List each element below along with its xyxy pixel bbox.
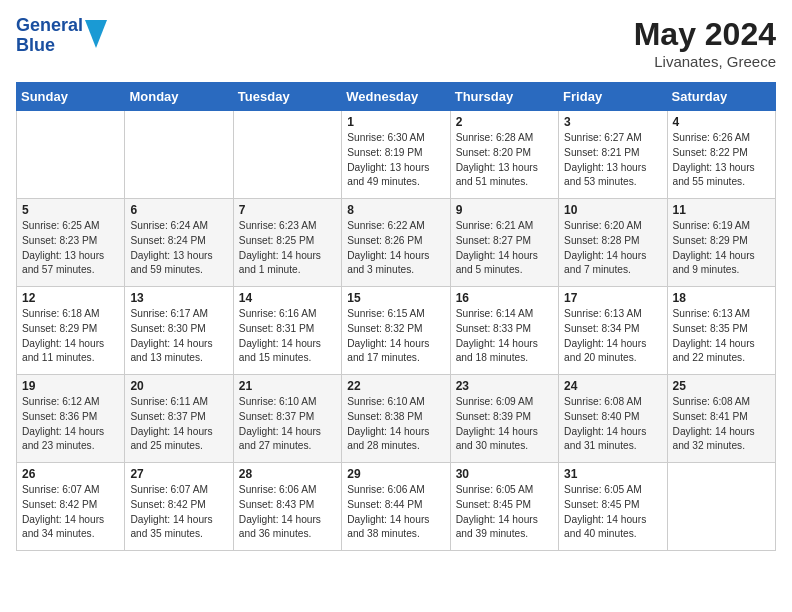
calendar-cell: 30Sunrise: 6:05 AMSunset: 8:45 PMDayligh… [450, 463, 558, 551]
day-number: 11 [673, 203, 770, 217]
day-number: 23 [456, 379, 553, 393]
logo-line1: General [16, 16, 83, 36]
calendar-body: 1Sunrise: 6:30 AMSunset: 8:19 PMDaylight… [17, 111, 776, 551]
calendar-cell: 1Sunrise: 6:30 AMSunset: 8:19 PMDaylight… [342, 111, 450, 199]
page-header: General Blue May 2024 Livanates, Greece [16, 16, 776, 70]
calendar-week-2: 5Sunrise: 6:25 AMSunset: 8:23 PMDaylight… [17, 199, 776, 287]
calendar-week-5: 26Sunrise: 6:07 AMSunset: 8:42 PMDayligh… [17, 463, 776, 551]
weekday-header-tuesday: Tuesday [233, 83, 341, 111]
day-number: 19 [22, 379, 119, 393]
calendar-cell [17, 111, 125, 199]
day-number: 9 [456, 203, 553, 217]
day-number: 18 [673, 291, 770, 305]
calendar-cell [233, 111, 341, 199]
day-number: 26 [22, 467, 119, 481]
day-number: 17 [564, 291, 661, 305]
day-info: Sunrise: 6:16 AMSunset: 8:31 PMDaylight:… [239, 307, 336, 366]
calendar-cell: 2Sunrise: 6:28 AMSunset: 8:20 PMDaylight… [450, 111, 558, 199]
day-number: 3 [564, 115, 661, 129]
day-info: Sunrise: 6:13 AMSunset: 8:34 PMDaylight:… [564, 307, 661, 366]
day-number: 25 [673, 379, 770, 393]
day-info: Sunrise: 6:15 AMSunset: 8:32 PMDaylight:… [347, 307, 444, 366]
calendar-cell: 6Sunrise: 6:24 AMSunset: 8:24 PMDaylight… [125, 199, 233, 287]
day-info: Sunrise: 6:08 AMSunset: 8:40 PMDaylight:… [564, 395, 661, 454]
day-info: Sunrise: 6:25 AMSunset: 8:23 PMDaylight:… [22, 219, 119, 278]
calendar-cell: 4Sunrise: 6:26 AMSunset: 8:22 PMDaylight… [667, 111, 775, 199]
weekday-header-wednesday: Wednesday [342, 83, 450, 111]
calendar-week-3: 12Sunrise: 6:18 AMSunset: 8:29 PMDayligh… [17, 287, 776, 375]
day-number: 10 [564, 203, 661, 217]
calendar-cell: 9Sunrise: 6:21 AMSunset: 8:27 PMDaylight… [450, 199, 558, 287]
calendar-cell: 17Sunrise: 6:13 AMSunset: 8:34 PMDayligh… [559, 287, 667, 375]
day-number: 1 [347, 115, 444, 129]
day-number: 16 [456, 291, 553, 305]
day-info: Sunrise: 6:21 AMSunset: 8:27 PMDaylight:… [456, 219, 553, 278]
day-info: Sunrise: 6:27 AMSunset: 8:21 PMDaylight:… [564, 131, 661, 190]
calendar-week-1: 1Sunrise: 6:30 AMSunset: 8:19 PMDaylight… [17, 111, 776, 199]
weekday-header-thursday: Thursday [450, 83, 558, 111]
day-number: 4 [673, 115, 770, 129]
day-number: 2 [456, 115, 553, 129]
day-info: Sunrise: 6:07 AMSunset: 8:42 PMDaylight:… [22, 483, 119, 542]
calendar-cell: 8Sunrise: 6:22 AMSunset: 8:26 PMDaylight… [342, 199, 450, 287]
calendar-cell: 16Sunrise: 6:14 AMSunset: 8:33 PMDayligh… [450, 287, 558, 375]
calendar-cell: 22Sunrise: 6:10 AMSunset: 8:38 PMDayligh… [342, 375, 450, 463]
calendar-cell: 14Sunrise: 6:16 AMSunset: 8:31 PMDayligh… [233, 287, 341, 375]
calendar-cell: 26Sunrise: 6:07 AMSunset: 8:42 PMDayligh… [17, 463, 125, 551]
calendar-cell: 19Sunrise: 6:12 AMSunset: 8:36 PMDayligh… [17, 375, 125, 463]
weekday-header-sunday: Sunday [17, 83, 125, 111]
calendar-cell: 5Sunrise: 6:25 AMSunset: 8:23 PMDaylight… [17, 199, 125, 287]
day-info: Sunrise: 6:18 AMSunset: 8:29 PMDaylight:… [22, 307, 119, 366]
day-number: 29 [347, 467, 444, 481]
calendar-cell: 28Sunrise: 6:06 AMSunset: 8:43 PMDayligh… [233, 463, 341, 551]
day-number: 28 [239, 467, 336, 481]
day-info: Sunrise: 6:05 AMSunset: 8:45 PMDaylight:… [564, 483, 661, 542]
day-info: Sunrise: 6:10 AMSunset: 8:38 PMDaylight:… [347, 395, 444, 454]
calendar-cell: 15Sunrise: 6:15 AMSunset: 8:32 PMDayligh… [342, 287, 450, 375]
day-number: 12 [22, 291, 119, 305]
day-number: 22 [347, 379, 444, 393]
day-info: Sunrise: 6:08 AMSunset: 8:41 PMDaylight:… [673, 395, 770, 454]
day-info: Sunrise: 6:10 AMSunset: 8:37 PMDaylight:… [239, 395, 336, 454]
day-info: Sunrise: 6:20 AMSunset: 8:28 PMDaylight:… [564, 219, 661, 278]
calendar-cell: 27Sunrise: 6:07 AMSunset: 8:42 PMDayligh… [125, 463, 233, 551]
logo-triangle-icon [85, 20, 107, 48]
calendar-cell: 31Sunrise: 6:05 AMSunset: 8:45 PMDayligh… [559, 463, 667, 551]
weekday-header-saturday: Saturday [667, 83, 775, 111]
svg-marker-0 [85, 20, 107, 48]
day-info: Sunrise: 6:17 AMSunset: 8:30 PMDaylight:… [130, 307, 227, 366]
day-number: 24 [564, 379, 661, 393]
day-info: Sunrise: 6:28 AMSunset: 8:20 PMDaylight:… [456, 131, 553, 190]
calendar-cell: 3Sunrise: 6:27 AMSunset: 8:21 PMDaylight… [559, 111, 667, 199]
weekday-header-friday: Friday [559, 83, 667, 111]
day-info: Sunrise: 6:07 AMSunset: 8:42 PMDaylight:… [130, 483, 227, 542]
logo-text: General Blue [16, 16, 107, 56]
calendar-week-4: 19Sunrise: 6:12 AMSunset: 8:36 PMDayligh… [17, 375, 776, 463]
calendar-cell [125, 111, 233, 199]
title-block: May 2024 Livanates, Greece [634, 16, 776, 70]
day-number: 13 [130, 291, 227, 305]
calendar-cell: 13Sunrise: 6:17 AMSunset: 8:30 PMDayligh… [125, 287, 233, 375]
calendar-cell: 20Sunrise: 6:11 AMSunset: 8:37 PMDayligh… [125, 375, 233, 463]
day-number: 7 [239, 203, 336, 217]
day-number: 15 [347, 291, 444, 305]
calendar-cell: 29Sunrise: 6:06 AMSunset: 8:44 PMDayligh… [342, 463, 450, 551]
day-number: 20 [130, 379, 227, 393]
day-info: Sunrise: 6:30 AMSunset: 8:19 PMDaylight:… [347, 131, 444, 190]
day-info: Sunrise: 6:11 AMSunset: 8:37 PMDaylight:… [130, 395, 227, 454]
location-subtitle: Livanates, Greece [634, 53, 776, 70]
calendar-cell: 11Sunrise: 6:19 AMSunset: 8:29 PMDayligh… [667, 199, 775, 287]
day-number: 30 [456, 467, 553, 481]
weekday-header-row: SundayMondayTuesdayWednesdayThursdayFrid… [17, 83, 776, 111]
day-info: Sunrise: 6:12 AMSunset: 8:36 PMDaylight:… [22, 395, 119, 454]
logo: General Blue [16, 16, 107, 56]
day-number: 8 [347, 203, 444, 217]
logo-line2: Blue [16, 36, 83, 56]
weekday-header-monday: Monday [125, 83, 233, 111]
calendar-cell [667, 463, 775, 551]
day-info: Sunrise: 6:23 AMSunset: 8:25 PMDaylight:… [239, 219, 336, 278]
day-number: 14 [239, 291, 336, 305]
calendar-cell: 12Sunrise: 6:18 AMSunset: 8:29 PMDayligh… [17, 287, 125, 375]
month-year-title: May 2024 [634, 16, 776, 53]
day-info: Sunrise: 6:22 AMSunset: 8:26 PMDaylight:… [347, 219, 444, 278]
